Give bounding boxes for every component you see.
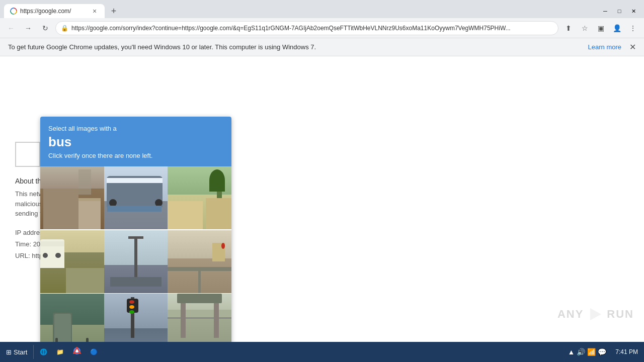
captcha-image-2[interactable] bbox=[104, 166, 168, 230]
captcha-header: Select all images with a bus Click verif… bbox=[40, 117, 231, 166]
menu-icon[interactable]: ⋮ bbox=[626, 21, 640, 35]
new-tab-button[interactable]: + bbox=[107, 4, 121, 18]
page-content: About this This netw malicious sending t… bbox=[0, 56, 644, 342]
taskbar-chrome[interactable] bbox=[69, 344, 85, 360]
captcha-image-6[interactable] bbox=[168, 230, 231, 294]
captcha-instruction: Click verify once there are none left. bbox=[48, 152, 223, 159]
forward-button[interactable]: → bbox=[21, 21, 35, 35]
taskbar-edge[interactable]: 🔵 bbox=[86, 344, 102, 360]
taskbar-ie[interactable]: 🌐 bbox=[36, 344, 51, 360]
system-clock[interactable]: 7:41 PM bbox=[611, 348, 642, 356]
notification-bar: To get future Google Chrome updates, you… bbox=[0, 38, 644, 56]
captcha-image-9[interactable] bbox=[168, 294, 231, 342]
toolbar-right-icons: ⬆ ☆ ▣ 👤 ⋮ bbox=[561, 21, 640, 35]
close-button[interactable]: ✕ bbox=[627, 6, 640, 16]
recaptcha-checkbox[interactable] bbox=[15, 142, 40, 167]
back-button[interactable]: ← bbox=[4, 21, 18, 35]
learn-more-link[interactable]: Learn more bbox=[588, 43, 621, 51]
clock-time: 7:41 PM bbox=[615, 348, 638, 356]
bookmark-icon[interactable]: ☆ bbox=[578, 21, 592, 35]
ie-icon: 🌐 bbox=[40, 348, 47, 355]
tab-close-button[interactable]: × bbox=[91, 7, 99, 15]
tab-title: https://google.com/ bbox=[20, 8, 88, 15]
window-controls: ─ □ ✕ bbox=[599, 6, 640, 16]
folder-icon: 📁 bbox=[56, 348, 64, 355]
share-icon[interactable]: ⬆ bbox=[561, 21, 576, 35]
taskbar: ⊞ Start 🌐 📁 🔵 ▲ 🔊 📶 💬 bbox=[0, 342, 644, 362]
taskbar-folder[interactable]: 📁 bbox=[52, 344, 68, 360]
chrome-icon bbox=[73, 347, 81, 357]
captcha-subject: bus bbox=[48, 134, 223, 150]
sidebar-icon[interactable]: ▣ bbox=[594, 21, 608, 35]
captcha-image-grid bbox=[40, 166, 231, 342]
system-tray: ▲ 🔊 📶 💬 bbox=[564, 348, 610, 356]
volume-icon[interactable]: 🔊 bbox=[577, 348, 585, 356]
lock-icon: 🔒 bbox=[61, 25, 68, 32]
profile-icon[interactable]: 👤 bbox=[610, 21, 624, 35]
edge-icon: 🔵 bbox=[90, 348, 98, 355]
minimize-button[interactable]: ─ bbox=[599, 6, 612, 16]
action-center-icon[interactable]: 💬 bbox=[598, 348, 606, 356]
captcha-image-4[interactable] bbox=[40, 230, 104, 294]
captcha-image-7[interactable] bbox=[40, 294, 104, 342]
notification-text: To get future Google Chrome updates, you… bbox=[8, 43, 588, 51]
browser-toolbar: ← → ↻ 🔒 https://google.com/sorry/index?c… bbox=[0, 18, 644, 38]
network-icon[interactable]: 📶 bbox=[587, 348, 596, 356]
taskbar-separator bbox=[33, 345, 34, 359]
notification-close-button[interactable]: ✕ bbox=[629, 42, 636, 52]
address-bar[interactable]: 🔒 https://google.com/sorry/index?continu… bbox=[55, 21, 558, 35]
tray-up-icon[interactable]: ▲ bbox=[568, 348, 575, 356]
captcha-image-3[interactable] bbox=[168, 166, 231, 230]
captcha-image-5[interactable] bbox=[104, 230, 168, 294]
captcha-header-top: Select all images with a bbox=[48, 125, 223, 132]
captcha-widget: Select all images with a bus Click verif… bbox=[40, 117, 231, 342]
windows-icon: ⊞ bbox=[6, 348, 12, 356]
tab-favicon bbox=[10, 8, 17, 15]
reload-button[interactable]: ↻ bbox=[38, 21, 52, 35]
start-button[interactable]: ⊞ Start bbox=[2, 346, 31, 358]
captcha-image-8[interactable] bbox=[104, 294, 168, 342]
start-label: Start bbox=[14, 348, 27, 356]
address-text: https://google.com/sorry/index?continue=… bbox=[71, 25, 553, 32]
captcha-image-1[interactable] bbox=[40, 166, 104, 230]
recaptcha-check-area bbox=[15, 142, 43, 167]
maximize-button[interactable]: □ bbox=[613, 6, 626, 16]
browser-tab[interactable]: https://google.com/ × bbox=[4, 4, 105, 18]
